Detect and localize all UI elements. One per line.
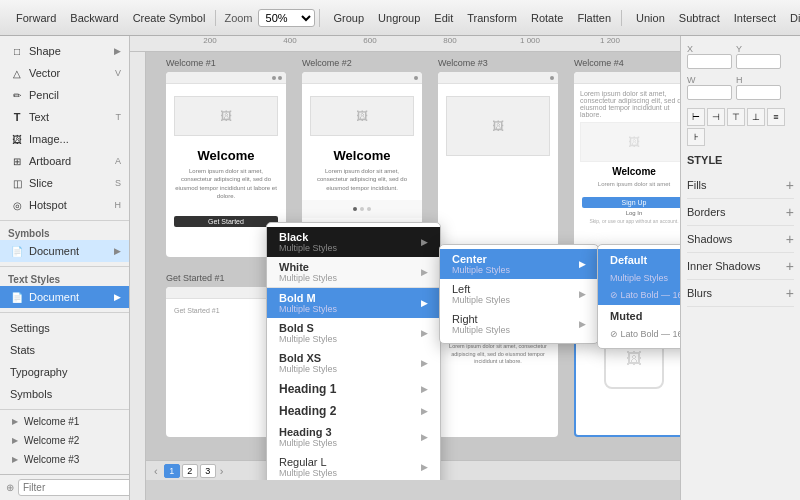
bold-m-submenu[interactable]: Center Multiple Styles ▶ Left Multiple S…: [439, 244, 599, 344]
union-button[interactable]: Union: [630, 10, 671, 26]
artboard-welcome3-container: Welcome #3 🖼: [438, 72, 558, 257]
artboard-welcome3[interactable]: 🖼: [438, 72, 558, 257]
edit-button[interactable]: Edit: [428, 10, 459, 26]
inner-shadows-add-btn[interactable]: +: [786, 258, 794, 274]
pagination-bar: [302, 200, 422, 218]
top-toolbar: Forward Backward Create Symbol Zoom 50%1…: [0, 0, 800, 36]
text-styles-document-item[interactable]: 📄 Document ▶: [0, 286, 129, 308]
menu-item-heading2[interactable]: Heading 2 ▶: [267, 400, 440, 422]
shadows-add-btn[interactable]: +: [786, 231, 794, 247]
sidebar-symbols[interactable]: Symbols: [0, 383, 129, 405]
menu-item-bold-s[interactable]: Bold S Multiple Styles ▶: [267, 318, 440, 348]
page-3-btn[interactable]: 3: [200, 464, 216, 478]
intersect-button[interactable]: Intersect: [728, 10, 782, 26]
pagination-dots: [353, 207, 371, 211]
prev-page-icon[interactable]: ‹: [154, 465, 158, 477]
ungroup-button[interactable]: Ungroup: [372, 10, 426, 26]
artboard-label-welcome2: Welcome #2: [302, 58, 352, 68]
filter-input[interactable]: [18, 479, 130, 496]
welcome-title: Welcome: [580, 166, 680, 177]
text-styles-label: Text Styles: [0, 271, 129, 286]
img-icon: 🖼: [628, 135, 640, 149]
align-mid-btn[interactable]: ≡: [767, 108, 785, 126]
sidebar-typography[interactable]: Typography: [0, 361, 129, 383]
img-icon: 🖼: [220, 109, 232, 123]
sidebar-settings[interactable]: Settings: [0, 317, 129, 339]
transform-button[interactable]: Transform: [461, 10, 523, 26]
h-input[interactable]: [736, 85, 781, 100]
tool-shape[interactable]: □ Shape ▶: [0, 40, 129, 62]
flatten-button[interactable]: Flatten: [571, 10, 617, 26]
rotate-button[interactable]: Rotate: [525, 10, 569, 26]
menu-item-white[interactable]: White Multiple Styles ▶: [267, 257, 440, 288]
center-submenu[interactable]: Default Multiple Styles ⊘ Lato Bold — 16…: [597, 244, 680, 349]
menu-item-heading3[interactable]: Heading 3 Multiple Styles ▶: [267, 422, 440, 452]
menu-item-center[interactable]: Center Multiple Styles ▶: [440, 249, 598, 279]
ruler-tick-1200: 1 200: [600, 36, 620, 45]
menu-item-left[interactable]: Left Multiple Styles ▶: [440, 279, 598, 309]
borders-add-btn[interactable]: +: [786, 204, 794, 220]
align-top-btn[interactable]: ⊥: [747, 108, 765, 126]
cm-sub-white: Multiple Styles: [279, 273, 337, 283]
signup-btn[interactable]: Sign Up: [582, 197, 680, 208]
get-started-btn[interactable]: Get Started: [174, 216, 278, 227]
tool-hotspot[interactable]: ◎ Hotspot H: [0, 194, 129, 216]
fills-add-btn[interactable]: +: [786, 177, 794, 193]
page-2-btn[interactable]: 2: [182, 464, 198, 478]
align-bottom-btn[interactable]: ⊦: [687, 128, 705, 146]
y-input[interactable]: [736, 54, 781, 69]
layer-welcome2[interactable]: ▶ Welcome #2: [0, 431, 129, 450]
cm-sub: Multiple Styles: [279, 364, 337, 374]
arrow-icon: ▶: [421, 328, 428, 338]
artboard-welcome4[interactable]: Lorem ipsum dolor sit amet, consectetur …: [574, 72, 680, 257]
menu-item-default[interactable]: Default Multiple Styles ⊘ Lato Bold — 16…: [598, 249, 680, 305]
forward-button[interactable]: Forward: [10, 10, 62, 26]
backward-button[interactable]: Backward: [64, 10, 124, 26]
cm-sub-black: Multiple Styles: [279, 243, 337, 253]
tool-text[interactable]: T Text T: [0, 106, 129, 128]
next-page-icon[interactable]: ›: [220, 465, 224, 477]
symbols-document-item[interactable]: 📄 Document ▶: [0, 240, 129, 262]
x-input[interactable]: [687, 54, 732, 69]
sidebar-stats[interactable]: Stats: [0, 339, 129, 361]
menu-item-heading1[interactable]: Heading 1 ▶: [267, 378, 440, 400]
y-field-container: Y: [736, 44, 781, 69]
artboard-title: Welcome: [198, 148, 255, 163]
subtract-button[interactable]: Subtract: [673, 10, 726, 26]
ruler-tick-1000: 1 000: [520, 36, 540, 45]
cm-label-right: Right: [452, 313, 510, 325]
tool-slice-label: Slice: [29, 177, 53, 189]
text-styles-arrow: ▶: [114, 292, 121, 302]
create-symbol-button[interactable]: Create Symbol: [127, 10, 212, 26]
menu-item-regular-l[interactable]: Regular L Multiple Styles ▶: [267, 452, 440, 480]
tool-pencil[interactable]: ✏ Pencil: [0, 84, 129, 106]
artboard-content: 🖼: [438, 84, 558, 168]
w-input[interactable]: [687, 85, 732, 100]
menu-item-black[interactable]: Black Multiple Styles ▶: [267, 227, 440, 257]
layer-welcome3[interactable]: ▶ Welcome #3: [0, 450, 129, 469]
align-left-btn[interactable]: ⊢: [687, 108, 705, 126]
difference-button[interactable]: Difference: [784, 10, 800, 26]
menu-item-bold-xs[interactable]: Bold XS Multiple Styles ▶: [267, 348, 440, 378]
menu-item-bold-m[interactable]: Bold M Multiple Styles ▶: [267, 288, 440, 318]
blurs-add-btn[interactable]: +: [786, 285, 794, 301]
tool-slice[interactable]: ◫ Slice S: [0, 172, 129, 194]
menu-item-right[interactable]: Right Multiple Styles ▶: [440, 309, 598, 339]
tool-image[interactable]: 🖼 Image...: [0, 128, 129, 150]
zoom-select[interactable]: 50%100%200%: [258, 9, 315, 27]
login-link[interactable]: Log In: [582, 210, 680, 216]
arrow-icon: ▶: [579, 289, 586, 299]
menu-item-muted[interactable]: Muted ⊘ Lato Bold — 16pt: [598, 305, 680, 344]
typography-label: Typography: [10, 366, 67, 378]
w-label: W: [687, 75, 732, 85]
align-center-btn[interactable]: ⊣: [707, 108, 725, 126]
text-styles-menu[interactable]: Black Multiple Styles ▶ White Multiple S…: [266, 222, 441, 480]
cm-label: Heading 3: [279, 426, 337, 438]
group-button[interactable]: Group: [328, 10, 371, 26]
layer-welcome1[interactable]: ▶ Welcome #1: [0, 412, 129, 431]
tool-vector[interactable]: △ Vector V: [0, 62, 129, 84]
status-bar: [166, 72, 286, 84]
tool-artboard[interactable]: ⊞ Artboard A: [0, 150, 129, 172]
align-right-btn[interactable]: ⊤: [727, 108, 745, 126]
page-1-btn[interactable]: 1: [164, 464, 180, 478]
